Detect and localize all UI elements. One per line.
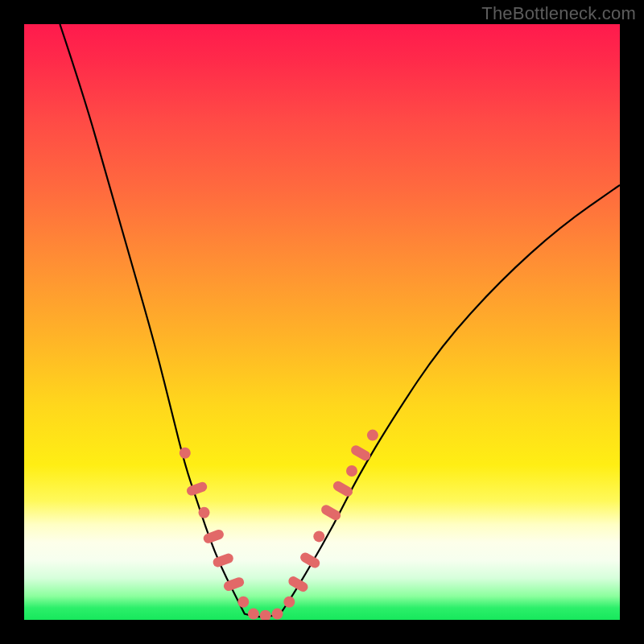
chart-svg	[24, 24, 620, 620]
marker-group	[180, 430, 378, 620]
plot-area	[24, 24, 620, 620]
watermark-text: TheBottleneck.com	[481, 3, 636, 24]
data-marker	[283, 597, 295, 608]
data-marker	[199, 507, 210, 518]
data-marker	[346, 465, 357, 477]
data-marker	[212, 552, 235, 568]
data-marker	[237, 597, 249, 608]
data-marker	[248, 609, 259, 620]
data-marker	[222, 576, 246, 592]
data-marker	[260, 610, 271, 620]
data-marker	[202, 528, 225, 544]
chart-frame: TheBottleneck.com	[0, 0, 644, 644]
data-marker	[367, 430, 378, 441]
data-marker	[332, 480, 355, 498]
data-marker	[180, 448, 191, 459]
data-marker	[185, 481, 208, 497]
data-marker	[313, 530, 324, 542]
curve-group	[60, 24, 620, 617]
data-marker	[287, 575, 310, 593]
bottleneck-curve	[60, 24, 620, 617]
data-marker	[320, 503, 343, 522]
data-marker	[272, 609, 283, 620]
